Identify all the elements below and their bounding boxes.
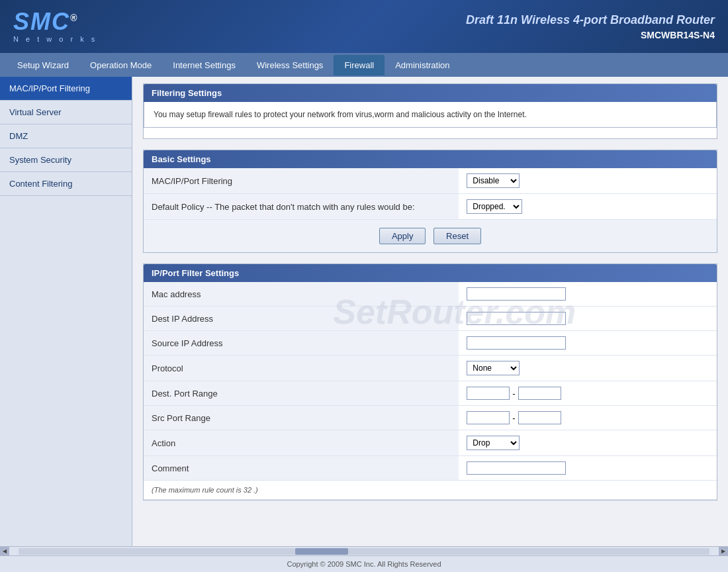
source-ip-label: Source IP Address — [144, 331, 459, 356]
smc-logo: SMC® — [13, 10, 97, 34]
protocol-cell: None TCP UDP ICMP — [459, 356, 717, 381]
action-cell: Drop Accept — [459, 430, 717, 456]
scroll-left-arrow[interactable]: ◀ — [0, 547, 9, 556]
comment-input[interactable] — [467, 461, 566, 475]
header-right: Draft 11n Wireless 4-port Broadband Rout… — [466, 13, 715, 40]
comment-row: Comment — [144, 456, 717, 481]
header: SMC® N e t w o r k s Draft 11n Wireless … — [0, 0, 728, 53]
footer-text: Copyright © 2009 SMC Inc. All Rights Res… — [287, 560, 441, 568]
logo-area: SMC® N e t w o r k s — [13, 10, 97, 43]
reset-button[interactable]: Reset — [433, 228, 481, 244]
dest-ip-row: Dest IP Address — [144, 307, 717, 331]
mac-ip-port-cell: Disable Enable — [459, 168, 717, 194]
mac-address-label: Mac address — [144, 282, 459, 307]
product-model: SMCWBR14S-N4 — [466, 30, 715, 40]
src-port-from[interactable] — [467, 411, 510, 424]
note-row: (The maximum rule count is 32 .) — [144, 481, 717, 500]
protocol-row: Protocol None TCP UDP ICMP — [144, 356, 717, 381]
sidebar-item-dmz[interactable]: DMZ — [0, 124, 132, 148]
dest-port-range: - — [467, 387, 709, 400]
comment-label: Comment — [144, 456, 459, 481]
filtering-settings-box: Filtering Settings You may setup firewal… — [143, 83, 717, 139]
dest-port-label: Dest. Port Range — [144, 381, 459, 406]
sidebar-item-content-filtering[interactable]: Content Filtering — [0, 172, 132, 196]
networks-text: N e t w o r k s — [13, 35, 97, 43]
dest-port-to[interactable] — [518, 387, 561, 400]
src-port-label: Src Port Range — [144, 406, 459, 430]
src-port-to[interactable] — [518, 411, 561, 424]
nav-wireless-settings[interactable]: Wireless Settings — [246, 55, 334, 75]
nav-operation-mode[interactable]: Operation Mode — [79, 55, 162, 75]
protocol-label: Protocol — [144, 356, 459, 381]
dest-ip-cell — [459, 307, 717, 331]
source-ip-input[interactable] — [467, 336, 566, 350]
action-select[interactable]: Drop Accept — [467, 436, 520, 450]
content-area: SetRouter.com Filtering Settings You may… — [132, 77, 728, 546]
default-policy-label: Default Policy -- The packet that don't … — [144, 194, 459, 220]
horizontal-scrollbar[interactable]: ◀ ▶ — [0, 546, 728, 555]
src-port-dash: - — [512, 413, 515, 423]
sidebar: MAC/IP/Port Filtering Virtual Server DMZ… — [0, 77, 132, 546]
basic-settings-header: Basic Settings — [144, 150, 717, 168]
dest-port-row: Dest. Port Range - — [144, 381, 717, 406]
sidebar-item-virtual-server[interactable]: Virtual Server — [0, 101, 132, 124]
dest-port-from[interactable] — [467, 387, 510, 400]
note-cell: (The maximum rule count is 32 .) — [144, 481, 717, 500]
action-label: Action — [144, 430, 459, 456]
default-policy-select[interactable]: Dropped. Accepted. — [467, 199, 522, 214]
dest-ip-label: Dest IP Address — [144, 307, 459, 331]
dest-port-dash: - — [512, 389, 515, 399]
basic-settings-buttons: Apply Reset — [144, 220, 717, 252]
ip-port-filter-table: Mac address Dest IP Address Source IP Ad… — [144, 282, 717, 500]
nav-bar: Setup Wizard Operation Mode Internet Set… — [0, 53, 728, 77]
default-policy-cell: Dropped. Accepted. — [459, 194, 717, 220]
scroll-right-arrow[interactable]: ▶ — [719, 547, 728, 556]
ip-port-filter-box: IP/Port Filter Settings Mac address Dest… — [143, 263, 717, 501]
dest-port-cell: - — [459, 381, 717, 406]
footer: Copyright © 2009 SMC Inc. All Rights Res… — [0, 555, 728, 572]
main-container: MAC/IP/Port Filtering Virtual Server DMZ… — [0, 77, 728, 546]
comment-cell — [459, 456, 717, 481]
src-port-range: - — [467, 411, 709, 424]
product-title: Draft 11n Wireless 4-port Broadband Rout… — [466, 13, 715, 27]
nav-internet-settings[interactable]: Internet Settings — [162, 55, 246, 75]
src-port-cell: - — [459, 406, 717, 430]
basic-settings-box: Basic Settings MAC/IP/Port Filtering Dis… — [143, 150, 717, 253]
mac-address-row: Mac address — [144, 282, 717, 307]
filtering-settings-header: Filtering Settings — [144, 84, 717, 102]
sidebar-item-mac-filtering[interactable]: MAC/IP/Port Filtering — [0, 77, 132, 101]
protocol-select[interactable]: None TCP UDP ICMP — [467, 361, 520, 375]
nav-setup-wizard[interactable]: Setup Wizard — [7, 55, 79, 75]
nav-firewall[interactable]: Firewall — [334, 55, 385, 75]
mac-address-input[interactable] — [467, 287, 566, 301]
hscroll-track — [19, 548, 709, 555]
apply-button[interactable]: Apply — [379, 228, 426, 244]
source-ip-cell — [459, 331, 717, 356]
ip-port-filter-header: IP/Port Filter Settings — [144, 264, 717, 282]
mac-ip-port-row: MAC/IP/Port Filtering Disable Enable — [144, 168, 717, 194]
basic-settings-table: MAC/IP/Port Filtering Disable Enable Def… — [144, 168, 717, 220]
default-policy-row: Default Policy -- The packet that don't … — [144, 194, 717, 220]
dest-ip-input[interactable] — [467, 312, 566, 325]
nav-administration[interactable]: Administration — [385, 55, 460, 75]
mac-address-cell — [459, 282, 717, 307]
action-row: Action Drop Accept — [144, 430, 717, 456]
src-port-row: Src Port Range - — [144, 406, 717, 430]
sidebar-item-system-security[interactable]: System Security — [0, 148, 132, 172]
mac-ip-port-select[interactable]: Disable Enable — [467, 173, 520, 188]
hscroll-thumb[interactable] — [295, 548, 348, 555]
filtering-settings-description: You may setup firewall rules to protect … — [144, 102, 717, 128]
source-ip-row: Source IP Address — [144, 331, 717, 356]
mac-ip-port-label: MAC/IP/Port Filtering — [144, 168, 459, 194]
